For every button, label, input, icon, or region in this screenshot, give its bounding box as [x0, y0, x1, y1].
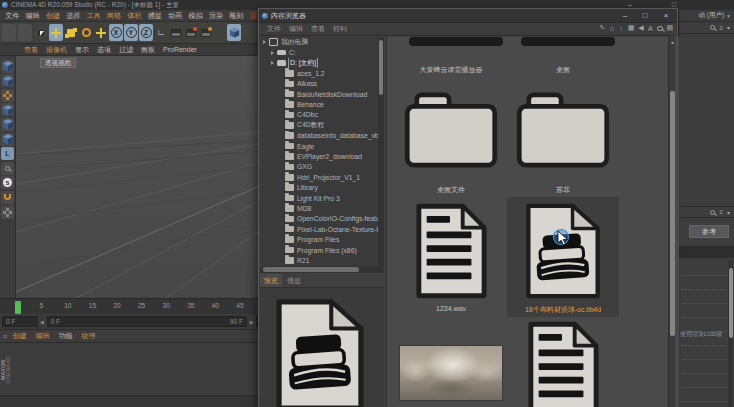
- render-settings-button[interactable]: [199, 24, 213, 41]
- tree-item[interactable]: R21: [260, 255, 378, 265]
- render-view-button[interactable]: [169, 24, 183, 41]
- browser-close-button[interactable]: ×: [658, 9, 674, 22]
- model-mode-button[interactable]: [1, 74, 14, 87]
- tree-item[interactable]: Pixel-Lab-Octane-Texture-P: [260, 224, 378, 234]
- browser-toolbar-icon[interactable]: ✎: [599, 24, 605, 32]
- reference-button[interactable]: 参考: [689, 225, 729, 238]
- current-frame-field[interactable]: 0 F: [2, 316, 38, 327]
- main-menu-item[interactable]: 雕刻: [226, 11, 246, 21]
- axis-y-button[interactable]: Y: [124, 24, 138, 41]
- frame-step-forward-icon[interactable]: ▶: [248, 319, 256, 325]
- main-menu-item[interactable]: 选择: [63, 11, 83, 21]
- main-menu-item[interactable]: 创建: [43, 11, 63, 21]
- polygons-mode-button[interactable]: [1, 133, 14, 146]
- redo-button[interactable]: [18, 24, 32, 41]
- tree-item[interactable]: aces_1.2: [260, 68, 378, 78]
- browser-item[interactable]: 苏菲: [507, 77, 619, 197]
- magnet-tool-button[interactable]: [1, 191, 14, 204]
- browser-toolbar-icon[interactable]: ◀: [638, 24, 644, 32]
- primitive-cube-button[interactable]: [227, 24, 241, 41]
- live-selection-button[interactable]: [34, 24, 48, 41]
- viewport-menu-item[interactable]: 摄像机: [42, 45, 71, 55]
- expand-arrow-icon[interactable]: [263, 40, 266, 44]
- scrollbar-thumb[interactable]: [670, 91, 675, 336]
- viewport-menu-item[interactable]: 过滤: [115, 45, 137, 55]
- viewport-menu-item[interactable]: 显示: [71, 45, 93, 55]
- coordinate-system-button[interactable]: ∟: [154, 24, 168, 41]
- browser-minimize-button[interactable]: –: [617, 9, 633, 22]
- content-scrollbar[interactable]: ▲: [668, 37, 675, 407]
- material-menu-item[interactable]: 创建: [8, 331, 31, 341]
- search-icon[interactable]: [710, 210, 715, 215]
- browser-item[interactable]: 桌面: [507, 37, 619, 77]
- browser-item[interactable]: 桌面文件: [395, 77, 507, 197]
- main-menu-item[interactable]: 捕捉: [145, 11, 165, 21]
- main-menu-item[interactable]: 文件: [2, 11, 22, 21]
- material-menu-icon[interactable]: ≡: [3, 333, 7, 340]
- main-menu-item[interactable]: 编辑: [22, 11, 42, 21]
- attribute-scrollbar[interactable]: [728, 260, 733, 407]
- points-mode-button[interactable]: [1, 103, 14, 116]
- main-menu-item[interactable]: 工具: [84, 11, 104, 21]
- tree-item[interactable]: D: [文档]: [260, 58, 378, 68]
- browser-item[interactable]: [507, 317, 619, 407]
- tree-item[interactable]: Alkass: [260, 79, 378, 89]
- timeline-playhead[interactable]: [15, 301, 21, 314]
- rotate-tool-button[interactable]: [79, 24, 93, 41]
- browser-menu-item[interactable]: 转到: [329, 24, 351, 34]
- main-menu-item[interactable]: 体积: [124, 11, 144, 21]
- tree-item[interactable]: C4Dbc: [260, 110, 378, 120]
- undo-button[interactable]: [2, 24, 16, 41]
- browser-item[interactable]: 18个布料材质球-oc.lib4d: [507, 197, 619, 317]
- material-menu-item[interactable]: 纹理: [77, 331, 100, 341]
- tree-vertical-scrollbar[interactable]: [378, 37, 384, 266]
- preview-tab[interactable]: 信息: [283, 274, 305, 287]
- viewport-menu-item[interactable]: 选项: [93, 45, 115, 55]
- viewport-menu-item[interactable]: ProRender: [159, 46, 201, 53]
- browser-item[interactable]: 1234.wav: [395, 197, 507, 317]
- search-icon[interactable]: [710, 25, 715, 30]
- browser-menu-item[interactable]: 编辑: [285, 24, 307, 34]
- frame-range-slider[interactable]: 0 F 90 F: [47, 316, 247, 327]
- edges-mode-button[interactable]: [1, 118, 14, 131]
- main-menu-item[interactable]: 动画: [165, 11, 185, 21]
- browser-item[interactable]: [395, 317, 507, 407]
- scrollbar-thumb[interactable]: [379, 40, 383, 95]
- tree-item[interactable]: Library: [260, 182, 378, 192]
- main-menu-item[interactable]: 模拟: [185, 11, 205, 21]
- browser-content-area[interactable]: 大黄蜂云课堂播放器 桌面: [386, 37, 679, 407]
- axis-z-button[interactable]: Z: [139, 24, 153, 41]
- move-tool-button[interactable]: [49, 24, 63, 41]
- texture-mode-button[interactable]: [1, 89, 14, 102]
- scroll-up-icon[interactable]: ▲: [670, 39, 675, 45]
- main-menu-item[interactable]: 网格: [104, 11, 124, 21]
- tree-item[interactable]: Program Files: [260, 234, 378, 244]
- viewport-solo-button[interactable]: [1, 162, 14, 175]
- render-picture-viewer-button[interactable]: [184, 24, 198, 41]
- browser-item[interactable]: 大黄蜂云课堂播放器: [395, 37, 507, 77]
- viewport-menu-item[interactable]: 面板: [137, 45, 159, 55]
- last-tool-button[interactable]: [94, 24, 108, 41]
- tree-item[interactable]: OpenColorIO-Configs-featu: [260, 214, 378, 224]
- browser-menu-item[interactable]: 文件: [263, 24, 285, 34]
- preview-tab[interactable]: 预览: [260, 274, 282, 287]
- enable-snap-button[interactable]: S: [1, 176, 14, 189]
- workplane-button[interactable]: L: [1, 147, 14, 160]
- scrollbar-thumb[interactable]: [729, 268, 733, 338]
- expand-arrow-icon[interactable]: [271, 61, 274, 65]
- scrollbar-thumb[interactable]: [263, 267, 359, 272]
- tree-item[interactable]: C:: [260, 47, 378, 57]
- tree-item[interactable]: Program Files (x86): [260, 245, 378, 255]
- tree-item[interactable]: Hdri_Projector_V1_1: [260, 172, 378, 182]
- expand-arrow-icon[interactable]: [271, 51, 274, 55]
- browser-toolbar-icon[interactable]: ▤: [666, 24, 673, 32]
- menu-icon[interactable]: ▾: [727, 24, 730, 31]
- scale-tool-button[interactable]: [64, 24, 78, 41]
- make-editable-button[interactable]: [1, 60, 14, 73]
- material-menu-item[interactable]: 编辑: [31, 331, 54, 341]
- material-menu-item[interactable]: 功能: [54, 331, 77, 341]
- browser-toolbar-icon[interactable]: [657, 26, 663, 31]
- tree-horizontal-scrollbar[interactable]: [260, 266, 384, 273]
- tree-item[interactable]: 我的电脑: [260, 37, 378, 47]
- browser-titlebar[interactable]: 内容浏览器 – □ ×: [259, 9, 677, 23]
